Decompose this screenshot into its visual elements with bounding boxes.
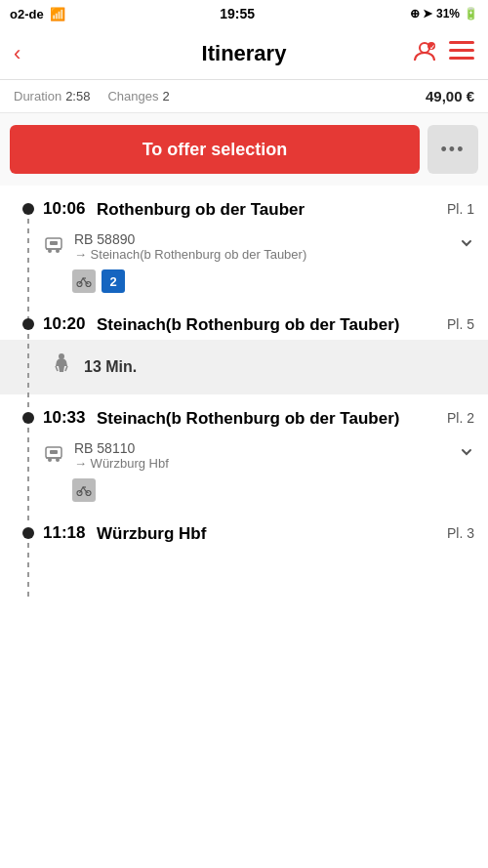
stop-info-3: Steinach(b Rothenburg ob der Tauber) — [97, 408, 447, 429]
train-number-3: RB 58110 — [74, 440, 449, 456]
stop-dot-1 — [22, 203, 34, 215]
svg-rect-5 — [449, 57, 474, 60]
price-label: 49,00 € — [426, 88, 474, 104]
expand-train-1-icon[interactable] — [459, 231, 474, 255]
stop-1: 10:06 Rothenburg ob der Tauber Pl. 1 — [0, 186, 488, 301]
carrier-label: o2-de — [10, 7, 44, 21]
stop-row-inner-3: 10:33 Steinach(b Rothenburg ob der Taube… — [43, 408, 474, 429]
train-text-3: RB 58110 → Würzburg Hbf — [74, 440, 449, 471]
offer-section: To offer selection ••• — [0, 113, 488, 186]
stop-platform-1: Pl. 1 — [447, 199, 474, 217]
stop-row-inner-1: 10:06 Rothenburg ob der Tauber Pl. 1 — [43, 199, 474, 220]
stop-row-4: 11:18 Würzburg Hbf Pl. 3 — [0, 510, 488, 548]
stop-time-2: 10:20 — [43, 314, 97, 334]
stop-dot-2 — [22, 318, 34, 330]
transfer-duration: 13 Min. — [84, 358, 137, 376]
more-options-button[interactable]: ••• — [427, 125, 478, 174]
hamburger-menu-icon[interactable] — [449, 41, 474, 66]
bike-badge-1 — [72, 269, 96, 293]
connector-4 — [27, 543, 29, 598]
wifi-icon: 📶 — [50, 7, 65, 21]
expand-train-3-icon[interactable] — [459, 440, 474, 464]
train-details-3: RB 58110 → Würzburg Hbf — [0, 433, 488, 510]
stop-row-inner-2: 10:20 Steinach(b Rothenburg ob der Taube… — [43, 314, 474, 335]
timeline: 10:06 Rothenburg ob der Tauber Pl. 1 — [0, 186, 488, 567]
train-header-1: RB 58890 → Steinach(b Rothenburg ob der … — [43, 231, 474, 262]
stop-name-1: Rothenburg ob der Tauber — [97, 199, 447, 220]
class-badge-1: 2 — [102, 269, 125, 293]
stop-row-inner-4: 11:18 Würzburg Hbf Pl. 3 — [43, 523, 474, 544]
train-badges-3 — [43, 478, 474, 502]
timeline-line-2 — [14, 314, 43, 330]
bike-badge-3 — [72, 478, 96, 502]
account-icon[interactable]: ✓ — [412, 38, 437, 69]
transfer-walk-icon — [49, 351, 74, 383]
stop-platform-4: Pl. 3 — [447, 523, 474, 541]
header-left: ‹ — [14, 41, 72, 66]
battery-label: 31% — [436, 7, 460, 21]
stop-4: 11:18 Würzburg Hbf Pl. 3 — [0, 510, 488, 548]
status-time: 19:55 — [220, 6, 255, 21]
stop-row-2: 10:20 Steinach(b Rothenburg ob der Taube… — [0, 301, 488, 339]
changes-value: 2 — [163, 89, 170, 103]
stop-name-4: Würzburg Hbf — [97, 523, 447, 544]
page-title: Itinerary — [72, 41, 416, 66]
battery-icon: 🔋 — [464, 7, 478, 21]
svg-rect-3 — [449, 41, 474, 44]
header-right: ✓ — [416, 38, 474, 69]
train-text-1: RB 58890 → Steinach(b Rothenburg ob der … — [74, 231, 449, 262]
stop-name-3: Steinach(b Rothenburg ob der Tauber) — [97, 408, 447, 429]
changes-label: Changes — [107, 89, 158, 103]
stop-info-1: Rothenburg ob der Tauber — [97, 199, 447, 220]
info-bar: Duration 2:58 Changes 2 49,00 € — [0, 80, 488, 113]
svg-rect-15 — [50, 450, 58, 454]
stop-platform-3: Pl. 2 — [447, 408, 474, 426]
stop-info-4: Würzburg Hbf — [97, 523, 447, 544]
stop-name-2: Steinach(b Rothenburg ob der Tauber) — [97, 314, 447, 335]
train-details-1: RB 58890 → Steinach(b Rothenburg ob der … — [0, 224, 488, 301]
duration-item: Duration 2:58 — [14, 89, 90, 103]
stop-time-1: 10:06 — [43, 199, 97, 219]
back-button[interactable]: ‹ — [14, 41, 20, 66]
svg-rect-7 — [50, 241, 58, 245]
status-bar: o2-de 📶 19:55 ⊕ ➤ 31% 🔋 — [0, 0, 488, 27]
duration-value: 2:58 — [65, 89, 90, 103]
train-header-3: RB 58110 → Würzburg Hbf — [43, 440, 474, 471]
offer-selection-button[interactable]: To offer selection — [10, 125, 420, 174]
stop-2: 10:20 Steinach(b Rothenburg ob der Taube… — [0, 301, 488, 393]
train-icon-3 — [43, 442, 64, 469]
timeline-line-1 — [14, 199, 43, 215]
stop-time-4: 11:18 — [43, 523, 97, 543]
duration-label: Duration — [14, 89, 61, 103]
svg-text:✓: ✓ — [429, 43, 435, 50]
status-right: ⊕ ➤ 31% 🔋 — [410, 7, 478, 21]
more-dots-icon: ••• — [441, 140, 466, 160]
stop-info-2: Steinach(b Rothenburg ob der Tauber) — [97, 314, 447, 335]
stop-dot-4 — [22, 527, 34, 539]
connector-3 — [27, 428, 29, 521]
stop-row-1: 10:06 Rothenburg ob der Tauber Pl. 1 — [0, 186, 488, 224]
stop-platform-2: Pl. 5 — [447, 314, 474, 332]
train-badges-1: 2 — [43, 269, 474, 293]
stop-dot-3 — [22, 412, 34, 424]
stop-3: 10:33 Steinach(b Rothenburg ob der Taube… — [0, 394, 488, 510]
header: ‹ Itinerary ✓ — [0, 27, 488, 80]
changes-item: Changes 2 — [107, 89, 169, 103]
svg-rect-4 — [449, 49, 474, 52]
transfer-row-1: 13 Min. — [0, 340, 488, 394]
status-left: o2-de 📶 — [10, 7, 65, 21]
timeline-line-3 — [14, 408, 43, 424]
train-direction-1: → Steinach(b Rothenburg ob der Tauber) — [74, 247, 449, 262]
stop-time-3: 10:33 — [43, 408, 97, 428]
location-icon: ⊕ ➤ — [410, 7, 432, 21]
train-number-1: RB 58890 — [74, 231, 449, 247]
train-direction-3: → Würzburg Hbf — [74, 456, 449, 471]
info-left: Duration 2:58 Changes 2 — [14, 89, 170, 103]
timeline-line-4 — [14, 523, 43, 539]
stop-row-3: 10:33 Steinach(b Rothenburg ob der Taube… — [0, 394, 488, 433]
train-icon-1 — [43, 233, 64, 260]
